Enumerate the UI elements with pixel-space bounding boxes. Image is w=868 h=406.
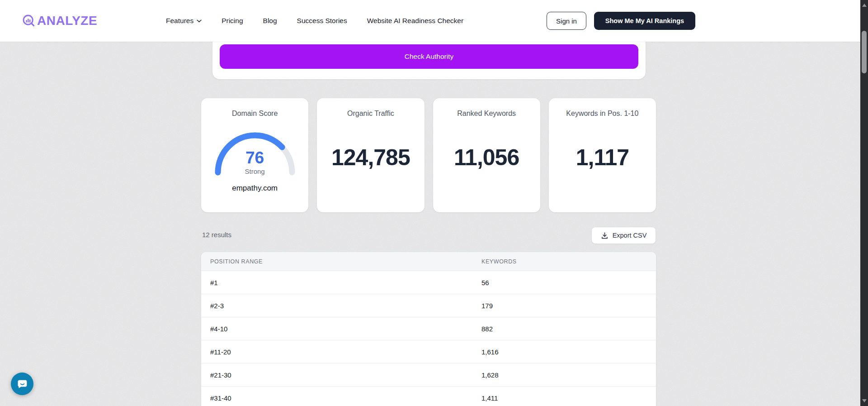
cell-position-range: #4-10 bbox=[210, 325, 481, 333]
nav-links: FeaturesPricingBlogSuccess StoriesWebsit… bbox=[166, 0, 463, 42]
triangle-up-icon[interactable] bbox=[862, 4, 867, 7]
nav-link-label: Blog bbox=[263, 17, 277, 25]
cell-position-range: #2-3 bbox=[210, 302, 481, 310]
table-row: #2-3179 bbox=[201, 294, 656, 317]
table-row: #156 bbox=[201, 271, 656, 294]
cell-keywords: 179 bbox=[481, 302, 656, 310]
metric-title: Keywords in Pos. 1-10 bbox=[566, 110, 638, 118]
triangle-down-icon[interactable] bbox=[862, 399, 867, 402]
brand-logo-text: ANALYZE bbox=[37, 14, 97, 28]
nav-link-success-stories[interactable]: Success Stories bbox=[297, 17, 347, 25]
table-row: #11-201,616 bbox=[201, 340, 656, 363]
domain-score-gauge: 76 Strong bbox=[212, 129, 298, 177]
chat-bubble-icon bbox=[16, 378, 28, 390]
domain-score-rating: Strong bbox=[212, 167, 298, 175]
metric-value: 124,785 bbox=[331, 144, 410, 171]
nav-link-label: Features bbox=[166, 17, 193, 25]
table-header-keywords: KEYWORDS bbox=[481, 258, 656, 265]
metric-title: Domain Score bbox=[232, 110, 278, 118]
cell-keywords: 1,628 bbox=[481, 371, 656, 379]
cell-keywords: 1,411 bbox=[481, 394, 656, 402]
analyzed-domain: empathy.com bbox=[232, 184, 278, 193]
metric-value: 11,056 bbox=[454, 144, 519, 171]
table-body: #156#2-3179#4-10882#11-201,616#21-301,62… bbox=[201, 271, 656, 406]
table-row: #31-401,411 bbox=[201, 386, 656, 406]
metric-cards-row: Domain Score 76 Strong empathy.com Organ… bbox=[201, 98, 656, 212]
position-range-table: POSITION RANGE KEYWORDS #156#2-3179#4-10… bbox=[201, 252, 656, 406]
nav-link-pricing[interactable]: Pricing bbox=[222, 17, 243, 25]
cell-keywords: 1,616 bbox=[481, 348, 656, 356]
metric-title: Organic Traffic bbox=[347, 110, 394, 118]
nav-link-features[interactable]: Features bbox=[166, 17, 202, 25]
show-ai-rankings-button[interactable]: Show Me My AI Rankings bbox=[594, 12, 695, 30]
results-count: 12 results bbox=[202, 231, 231, 239]
domain-score-card: Domain Score 76 Strong empathy.com bbox=[201, 98, 308, 212]
scrollbar-track[interactable] bbox=[860, 0, 868, 406]
cell-position-range: #31-40 bbox=[210, 394, 481, 402]
check-authority-button[interactable]: Check Authority bbox=[220, 44, 638, 69]
nav-link-website-ai-readiness-checker[interactable]: Website AI Readiness Checker bbox=[367, 17, 463, 25]
top-navigation-bar: ANALYZE FeaturesPricingBlogSuccess Stori… bbox=[0, 0, 860, 42]
download-icon bbox=[601, 232, 609, 239]
brand-logo[interactable]: ANALYZE bbox=[22, 0, 97, 42]
cell-keywords: 56 bbox=[481, 279, 656, 287]
cell-position-range: #11-20 bbox=[210, 348, 481, 356]
export-csv-label: Export CSV bbox=[613, 232, 647, 239]
nav-link-label: Website AI Readiness Checker bbox=[367, 17, 463, 25]
nav-link-label: Success Stories bbox=[297, 17, 347, 25]
nav-link-blog[interactable]: Blog bbox=[263, 17, 277, 25]
domain-score-value: 76 bbox=[212, 148, 298, 167]
nav-link-label: Pricing bbox=[222, 17, 243, 25]
table-header-row: POSITION RANGE KEYWORDS bbox=[201, 252, 656, 271]
magnifier-chart-icon bbox=[22, 14, 36, 28]
export-csv-button[interactable]: Export CSV bbox=[591, 227, 656, 244]
cell-keywords: 882 bbox=[481, 325, 656, 333]
table-row: #21-301,628 bbox=[201, 363, 656, 386]
cell-position-range: #21-30 bbox=[210, 371, 481, 379]
cell-position-range: #1 bbox=[210, 279, 481, 287]
table-row: #4-10882 bbox=[201, 317, 656, 340]
sign-in-button[interactable]: Sign in bbox=[547, 12, 586, 30]
page: Check Authority ANALYZE FeaturesPricingB… bbox=[0, 0, 868, 406]
metric-title: Ranked Keywords bbox=[457, 110, 516, 118]
metric-value: 1,117 bbox=[576, 144, 629, 171]
chat-launcher-button[interactable] bbox=[11, 373, 33, 395]
scrollbar-thumb[interactable] bbox=[862, 31, 867, 73]
organic-traffic-card: Organic Traffic 124,785 bbox=[317, 98, 424, 212]
table-header-position-range: POSITION RANGE bbox=[210, 258, 481, 265]
ranked-keywords-card: Ranked Keywords 11,056 bbox=[433, 98, 540, 212]
keywords-top10-card: Keywords in Pos. 1-10 1,117 bbox=[549, 98, 656, 212]
chevron-down-icon bbox=[197, 19, 202, 23]
